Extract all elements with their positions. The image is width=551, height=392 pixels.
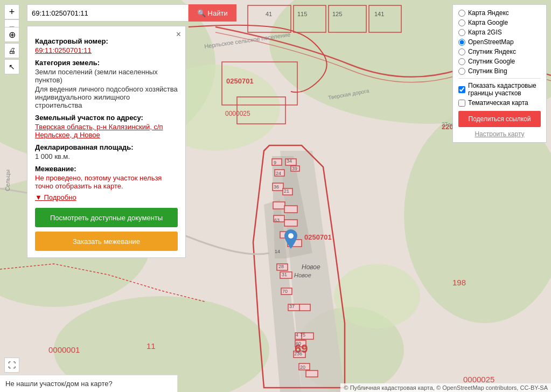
- attribution: © Публичная кадастровая карта, © OpenStr…: [340, 383, 551, 392]
- svg-point-8: [334, 264, 420, 328]
- google-sat-radio[interactable]: [458, 58, 465, 65]
- layer-option-yandex-map[interactable]: Карта Яндекс: [458, 9, 541, 17]
- svg-text:11: 11: [147, 341, 156, 351]
- category-value: Земли поселений (земли населенных пункто…: [35, 68, 178, 84]
- layer-option-2gis[interactable]: Карта 2GIS: [458, 29, 541, 36]
- svg-text:141: 141: [374, 11, 384, 17]
- close-button[interactable]: ×: [176, 30, 181, 39]
- yandex-map-radio[interactable]: [458, 10, 465, 17]
- show-cadastral-option[interactable]: Показать кадастровые границы участков: [458, 82, 541, 97]
- search-input[interactable]: [27, 4, 189, 22]
- svg-text:Сельцы: Сельцы: [4, 170, 11, 191]
- category-sub: Для ведения личного подсобного хозяйства…: [35, 85, 178, 109]
- area-label: Декларированная площадь:: [35, 143, 178, 151]
- svg-text:20: 20: [300, 365, 305, 370]
- svg-text:31: 31: [282, 272, 287, 277]
- survey-button[interactable]: Заказать межевание: [35, 232, 178, 251]
- not-found-text: Не нашли участок/дом на карте?: [5, 380, 113, 388]
- search-bar: 🔍 Найти: [27, 4, 236, 22]
- location-marker: [284, 229, 297, 250]
- yandex-sat-label: Спутник Яндекс: [468, 48, 516, 55]
- svg-rect-28: [299, 304, 310, 311]
- svg-text:37: 37: [289, 304, 295, 309]
- osm-map-label: OpenStreetMap: [468, 38, 514, 46]
- cadastral-value: 69:11:0250701:11: [35, 46, 178, 54]
- osm-map-radio[interactable]: [458, 39, 465, 46]
- svg-text:Новое: Новое: [294, 272, 311, 278]
- svg-text:36: 36: [274, 184, 279, 190]
- address-label: Земельный участок по адресу:: [35, 114, 178, 122]
- category-label: Категория земель:: [35, 59, 178, 67]
- layer-option-osm[interactable]: OpenStreetMap: [458, 38, 541, 46]
- survey-label: Межевание:: [35, 165, 178, 173]
- bing-sat-radio[interactable]: [458, 68, 465, 75]
- svg-text:14: 14: [275, 249, 280, 254]
- cadastral-label: Кадастровый номер:: [35, 37, 178, 45]
- svg-rect-19: [284, 206, 297, 213]
- yandex-map-label: Карта Яндекс: [468, 9, 509, 17]
- zoom-in-button[interactable]: +: [4, 4, 19, 19]
- 2gis-map-label: Карта 2GIS: [468, 29, 502, 36]
- docs-button[interactable]: Посмотреть доступные документы: [35, 208, 178, 227]
- not-found-bar: Не нашли участок/дом на карте?: [0, 375, 178, 392]
- 2gis-map-radio[interactable]: [458, 29, 465, 36]
- svg-text:41: 41: [266, 11, 272, 17]
- svg-text:0000001: 0000001: [48, 345, 80, 354]
- share-button[interactable]: Поделиться ссылкой: [458, 111, 541, 127]
- details-link[interactable]: ▼ Подробно: [35, 193, 76, 201]
- address-link[interactable]: Тверская область, р-н Калязинский, с/п Н…: [35, 123, 163, 139]
- svg-text:236: 236: [294, 351, 302, 356]
- svg-text:Новое: Новое: [302, 263, 320, 271]
- svg-text:125: 125: [332, 11, 342, 17]
- svg-text:70: 70: [282, 289, 288, 294]
- address-value: Тверская область, р-н Калязинский, с/п Н…: [35, 123, 178, 139]
- crosshair-tool-button[interactable]: ⊕: [4, 27, 19, 42]
- layer-option-google-map[interactable]: Карта Google: [458, 19, 541, 26]
- svg-rect-21: [284, 220, 297, 226]
- show-cadastral-checkbox[interactable]: [458, 86, 465, 93]
- svg-text:60: 60: [296, 341, 301, 346]
- bing-sat-label: Спутник Bing: [468, 67, 507, 75]
- svg-text:24: 24: [276, 171, 281, 176]
- svg-text:75: 75: [300, 332, 305, 338]
- theme-map-label: Тематическая карта: [468, 99, 528, 107]
- screen-button[interactable]: ⛶: [4, 358, 19, 373]
- survey-value: Не проведено, поэтому участок нельзя точ…: [35, 174, 178, 190]
- google-map-radio[interactable]: [458, 19, 465, 26]
- search-button[interactable]: 🔍 Найти: [189, 4, 236, 22]
- google-sat-label: Спутник Google: [468, 58, 515, 65]
- theme-map-option[interactable]: Тематическая карта: [458, 99, 541, 107]
- layer-option-google-sat[interactable]: Спутник Google: [458, 58, 541, 65]
- svg-text:0250701: 0250701: [226, 77, 254, 85]
- svg-text:0250701: 0250701: [304, 233, 332, 241]
- svg-text:63: 63: [274, 218, 280, 223]
- svg-text:4: 4: [296, 332, 298, 338]
- svg-rect-18: [273, 202, 285, 209]
- info-panel: × Кадастровый номер: 69:11:0250701:11 Ка…: [27, 26, 186, 258]
- cursor-tool-button[interactable]: ↖: [4, 59, 19, 74]
- svg-text:0000025: 0000025: [225, 110, 250, 117]
- svg-text:115: 115: [297, 11, 307, 17]
- print-tool-button[interactable]: 🖨: [4, 43, 19, 58]
- yandex-sat-radio[interactable]: [458, 48, 465, 55]
- show-cadastral-label: Показать кадастровые границы участков: [468, 82, 541, 97]
- svg-text:28: 28: [278, 264, 284, 269]
- attribution-text: © Публичная кадастровая карта, © OpenStr…: [344, 384, 548, 391]
- svg-point-81: [288, 233, 294, 239]
- layer-option-bing-sat[interactable]: Спутник Bing: [458, 67, 541, 75]
- svg-text:34: 34: [287, 158, 292, 164]
- svg-rect-34: [306, 370, 318, 377]
- layer-panel: Карта Яндекс Карта Google Карта 2GIS Ope…: [452, 4, 547, 143]
- svg-text:0000025: 0000025: [463, 375, 494, 384]
- area-value: 1 000 кв.м.: [35, 152, 178, 160]
- svg-text:21: 21: [284, 188, 289, 194]
- settings-link[interactable]: Настроить карту: [458, 130, 541, 138]
- layer-option-yandex-sat[interactable]: Спутник Яндекс: [458, 48, 541, 55]
- side-tools: ⊕ 🖨 ↖: [4, 27, 19, 74]
- theme-map-checkbox[interactable]: [458, 100, 465, 107]
- svg-text:39: 39: [292, 166, 297, 171]
- svg-text:198: 198: [452, 278, 466, 287]
- google-map-label: Карта Google: [468, 19, 508, 26]
- svg-text:9: 9: [274, 160, 276, 165]
- cadastral-link[interactable]: 69:11:0250701:11: [35, 46, 92, 54]
